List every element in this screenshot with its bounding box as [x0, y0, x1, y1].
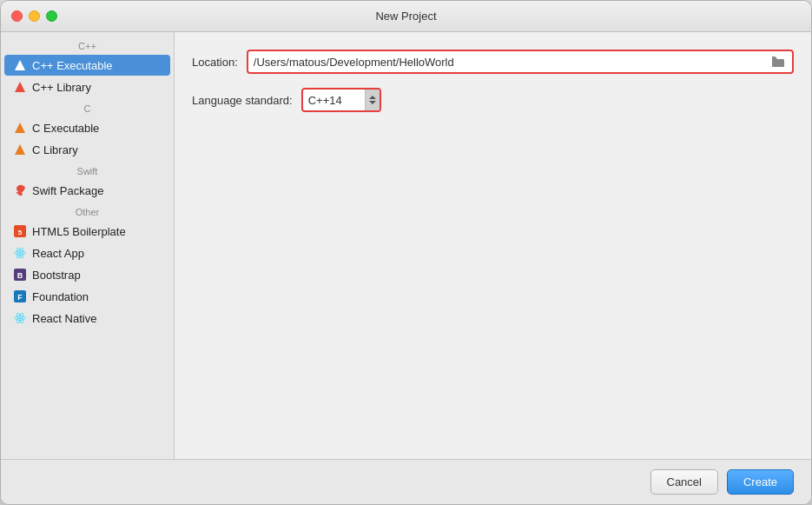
create-button[interactable]: Create — [727, 469, 794, 495]
location-input[interactable] — [254, 56, 769, 69]
minimize-button[interactable] — [29, 10, 40, 22]
sidebar-item-label: C++ Executable — [32, 59, 113, 72]
sidebar-item-cpp-library[interactable]: C++ Library — [4, 76, 170, 97]
sidebar: C++ C++ Executable C++ Library C C Execu — [1, 32, 175, 459]
location-label: Location: — [192, 56, 238, 69]
sidebar-item-bootstrap[interactable]: B Bootstrap — [4, 264, 170, 285]
swift-icon — [13, 183, 27, 197]
location-input-wrapper — [247, 50, 794, 74]
svg-point-6 — [19, 252, 22, 255]
html5-icon: 5 — [13, 224, 27, 238]
traffic-lights — [11, 10, 57, 22]
section-label-c: C — [1, 98, 174, 116]
sidebar-item-label: React App — [32, 247, 84, 260]
triangle-orange-icon — [13, 121, 27, 135]
close-button[interactable] — [11, 10, 23, 22]
sidebar-item-c-library[interactable]: C Library — [4, 139, 170, 160]
maximize-button[interactable] — [46, 10, 57, 22]
sidebar-item-c-executable[interactable]: C Executable — [4, 117, 170, 138]
sidebar-item-label: Bootstrap — [32, 269, 81, 282]
sidebar-item-html5-boilerplate[interactable]: 5 HTML5 Boilerplate — [4, 221, 170, 242]
sidebar-item-label: C++ Library — [32, 81, 91, 94]
title-bar: New Project — [1, 1, 811, 32]
footer: Cancel Create — [1, 459, 811, 504]
section-label-swift: Swift — [1, 161, 174, 179]
sidebar-item-label: React Native — [32, 312, 96, 325]
react-icon — [13, 246, 27, 260]
content-area: C++ C++ Executable C++ Library C C Execu — [1, 32, 811, 459]
sidebar-item-label: Foundation — [32, 290, 89, 303]
language-label: Language standard: — [192, 94, 293, 107]
svg-text:B: B — [17, 271, 23, 280]
sidebar-item-label: Swift Package — [32, 184, 103, 197]
bootstrap-icon: B — [13, 268, 27, 282]
sidebar-item-react-native[interactable]: React Native — [4, 308, 170, 329]
triangle-orange-icon-2 — [13, 143, 27, 156]
svg-text:5: 5 — [18, 229, 23, 236]
sidebar-item-label: HTML5 Boilerplate — [32, 225, 126, 238]
location-row: Location: — [192, 50, 794, 74]
sidebar-item-swift-package[interactable]: Swift Package — [4, 180, 170, 201]
foundation-icon: F — [13, 289, 27, 303]
svg-marker-1 — [15, 82, 25, 92]
language-select[interactable]: C++11 C++14 C++17 C++20 GNU++11 GNU++14 — [303, 94, 365, 107]
svg-marker-0 — [15, 60, 25, 70]
language-row: Language standard: C++11 C++14 C++17 C++… — [192, 88, 794, 112]
cancel-button[interactable]: Cancel — [650, 469, 718, 495]
react-native-icon — [13, 311, 27, 325]
sidebar-item-react-app[interactable]: React App — [4, 243, 170, 263]
sidebar-item-label: C Executable — [32, 122, 99, 135]
sidebar-item-foundation[interactable]: F Foundation — [4, 286, 170, 307]
folder-browse-button[interactable] — [769, 56, 787, 68]
main-panel: Location: Language standard: C++11 — [175, 32, 811, 459]
sidebar-item-label: C Library — [32, 143, 78, 156]
svg-point-14 — [19, 317, 22, 320]
new-project-window: New Project C++ C++ Executable C++ Libra… — [0, 0, 812, 505]
sidebar-item-cpp-executable[interactable]: C++ Executable — [4, 55, 170, 76]
triangle-red-icon — [13, 58, 27, 72]
window-title: New Project — [375, 10, 436, 23]
section-label-cpp: C++ — [1, 36, 174, 54]
language-select-wrapper: C++11 C++14 C++17 C++20 GNU++11 GNU++14 — [301, 88, 381, 112]
triangle-red-icon-2 — [13, 80, 27, 94]
select-arrow-icon — [365, 90, 380, 110]
svg-marker-2 — [15, 123, 25, 133]
section-label-other: Other — [1, 202, 174, 220]
svg-marker-3 — [15, 144, 25, 155]
svg-text:F: F — [17, 293, 23, 302]
